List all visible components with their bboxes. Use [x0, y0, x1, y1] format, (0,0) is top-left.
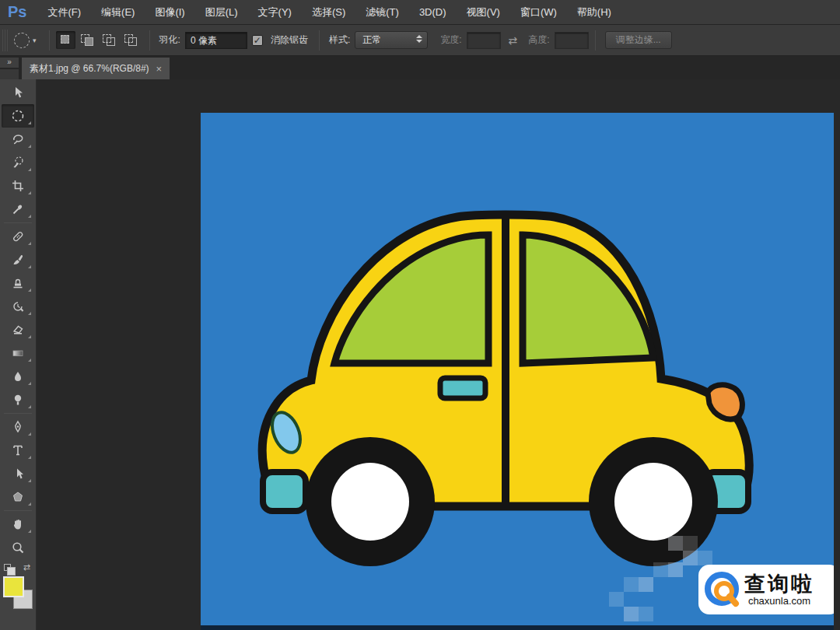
- style-dropdown[interactable]: 正常: [355, 31, 428, 49]
- eraser-icon: [14, 327, 23, 334]
- new-selection-button[interactable]: [56, 31, 75, 49]
- swap-dimensions-icon[interactable]: ⇄: [509, 34, 518, 47]
- gradient-icon: [13, 351, 23, 356]
- menu-select[interactable]: 选择(S): [302, 0, 355, 25]
- mosaic-block: [698, 551, 712, 565]
- healing-brush-tool[interactable]: [2, 225, 34, 248]
- move-icon: [16, 87, 23, 98]
- add-to-selection-button[interactable]: [78, 31, 97, 49]
- tool-options-bar: ▾ 羽化: 0 像素 ✓ 消除锯齿 样式: 正常 宽度: ⇄: [0, 25, 840, 56]
- eraser-tool[interactable]: [2, 318, 34, 341]
- menu-type[interactable]: 文字(Y): [248, 0, 302, 25]
- front-hub: [331, 463, 409, 541]
- type-tool[interactable]: [2, 439, 34, 462]
- history-brush-tool[interactable]: [2, 295, 34, 318]
- height-input[interactable]: [555, 32, 589, 49]
- tool-preset-picker[interactable]: ▾: [12, 33, 43, 48]
- clone-stamp-tool[interactable]: [2, 271, 34, 295]
- menu-image[interactable]: 图像(I): [145, 0, 194, 25]
- elliptical-marquee-tool[interactable]: [2, 104, 34, 128]
- close-icon[interactable]: ×: [156, 63, 163, 75]
- mosaic-block: [609, 592, 624, 607]
- gradient-tool[interactable]: [2, 341, 34, 365]
- tool-group-divider: [4, 413, 32, 414]
- photoshop-window: Ps 文件(F) 编辑(E) 图像(I) 图层(L) 文字(Y) 选择(S) 滤…: [0, 0, 840, 630]
- workspace: 查询啦 chaxunla.com: [37, 79, 840, 630]
- collapsed-panel-dock[interactable]: [0, 69, 19, 79]
- dodge-tool[interactable]: [2, 388, 34, 411]
- quick-selection-icon: [16, 157, 23, 164]
- eyedropper-tool[interactable]: [2, 198, 34, 221]
- style-value: 正常: [362, 34, 381, 45]
- anti-alias-label[interactable]: 消除锯齿: [271, 33, 308, 47]
- menu-3d[interactable]: 3D(D): [409, 0, 457, 25]
- width-input[interactable]: [467, 32, 501, 49]
- divider: [149, 30, 150, 51]
- expand-panels-icon[interactable]: »: [0, 58, 19, 68]
- tool-group-divider: [4, 222, 32, 223]
- path-selection-icon: [17, 469, 23, 479]
- height-label: 高度:: [528, 33, 549, 47]
- lasso-tool[interactable]: [2, 128, 34, 151]
- width-label: 宽度:: [440, 33, 461, 47]
- door-handle: [440, 378, 485, 398]
- elliptical-marquee-icon: [13, 111, 23, 121]
- move-tool[interactable]: [2, 81, 34, 104]
- pen-tool[interactable]: [2, 415, 34, 439]
- menu-view[interactable]: 视图(V): [457, 0, 510, 25]
- menu-filter[interactable]: 滤镜(T): [355, 0, 409, 25]
- tools-panel: ⇄: [0, 79, 37, 630]
- mosaic-block: [668, 536, 683, 551]
- mosaic-block: [624, 607, 639, 621]
- shape-icon: [14, 492, 23, 501]
- chevron-down-icon: ▾: [33, 37, 37, 44]
- main-area: ⇄: [0, 79, 840, 630]
- blur-tool[interactable]: [2, 365, 34, 388]
- menu-file[interactable]: 文件(F): [37, 0, 91, 25]
- menu-layer[interactable]: 图层(L): [195, 0, 248, 25]
- quick-selection-tool[interactable]: [2, 151, 34, 174]
- foreground-color-swatch[interactable]: [3, 576, 24, 597]
- mosaic-block: [639, 607, 653, 621]
- mosaic-block: [683, 551, 698, 565]
- clone-stamp-icon: [16, 280, 20, 284]
- zoom-tool[interactable]: [2, 536, 34, 559]
- mosaic-block: [668, 562, 683, 577]
- document-tab[interactable]: 素材1.jpg @ 66.7%(RGB/8#) ×: [22, 58, 170, 79]
- menu-help[interactable]: 帮助(H): [567, 0, 621, 25]
- document-tab-bar: » 素材1.jpg @ 66.7%(RGB/8#) ×: [0, 56, 840, 79]
- color-swatches: [2, 576, 33, 609]
- car-window-right: [523, 235, 653, 363]
- tool-group-divider: [4, 510, 32, 511]
- menu-window[interactable]: 窗口(W): [510, 0, 567, 25]
- shape-tool[interactable]: [2, 485, 34, 509]
- default-colors-icon[interactable]: [4, 564, 11, 571]
- crop-tool[interactable]: [2, 174, 34, 198]
- refine-edge-button[interactable]: 调整边缘...: [605, 31, 672, 49]
- stepper-icon: [416, 35, 422, 43]
- mosaic-block: [653, 562, 668, 577]
- anti-alias-checkbox[interactable]: ✓: [252, 35, 263, 46]
- subtract-from-selection-button[interactable]: [100, 31, 119, 49]
- crop-icon: [12, 180, 23, 191]
- hand-tool[interactable]: [2, 513, 34, 536]
- car-illustration: [201, 113, 834, 625]
- document-canvas[interactable]: 查询啦 chaxunla.com: [201, 113, 834, 625]
- mosaic-block: [683, 536, 698, 551]
- watermark-domain: chaxunla.com: [748, 596, 810, 607]
- divider: [595, 30, 596, 51]
- swap-colors-icon[interactable]: ⇄: [23, 562, 30, 572]
- path-selection-tool[interactable]: [2, 462, 34, 485]
- menu-edit[interactable]: 编辑(E): [91, 0, 145, 25]
- style-label: 样式:: [329, 33, 350, 47]
- mosaic-block: [639, 577, 653, 592]
- photoshop-logo: Ps: [8, 3, 26, 21]
- healing-brush-icon: [13, 232, 23, 242]
- canvas-bottom-edge: [201, 625, 834, 630]
- feather-input[interactable]: 0 像素: [185, 32, 247, 49]
- tail-light: [708, 385, 742, 419]
- brush-icon: [14, 260, 20, 264]
- intersect-selection-button[interactable]: [121, 31, 141, 49]
- brush-tool[interactable]: [2, 248, 34, 271]
- options-bar-grip[interactable]: [2, 30, 8, 51]
